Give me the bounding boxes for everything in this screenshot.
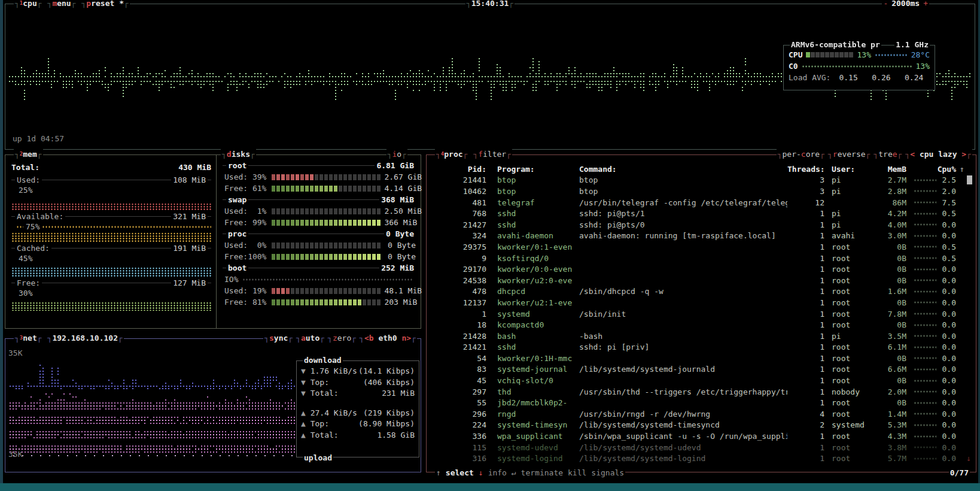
meter-block [372,174,376,180]
disk-used-value: 2.67 GiB [384,172,422,181]
net-box: 3net 192.168.10.102 sync auto zero <b et… [5,338,421,472]
process-row[interactable]: 9ksoftirqd/01root0B0.5 [431,253,972,264]
interface-prev-icon[interactable]: <b [364,334,378,343]
header-program[interactable]: Program: [491,165,572,174]
meter-block [377,174,381,180]
net-box-titlebar: 3net 192.168.10.102 [14,333,124,343]
header-threads[interactable]: Threads: [787,165,824,174]
process-row[interactable]: 316systemd-logind/lib/systemd/systemd-lo… [431,453,972,464]
proc-box-title[interactable]: 4proc [436,149,467,159]
cpu-box-title[interactable]: 1cpu [15,0,42,8]
header-user[interactable]: User: [832,165,866,174]
terminate-button[interactable]: terminate [521,468,563,478]
net-box-title[interactable]: 3net [15,333,42,343]
meter-block [377,243,381,248]
process-row[interactable]: 481telegraf/usr/bin/telegraf -config /et… [431,197,972,208]
process-pid: 481 [431,198,486,207]
net-sync-button[interactable]: sync [264,333,293,343]
process-row[interactable]: 297thd/usr/sbin/thd --triggers /etc/trig… [431,386,972,398]
proc-scrollbar[interactable] [967,175,972,184]
process-user: root [832,254,866,263]
process-cpu: 0.0 [937,343,956,351]
process-row[interactable]: 54kworker/0:1H-mmc1root0B0.0 [431,353,972,364]
interface-next-icon[interactable]: n> [397,334,411,343]
scroll-up-icon[interactable]: ↑ [436,468,441,478]
process-cpu: 0.0 [937,310,956,319]
process-row[interactable]: 29170kworker/0:0-even1root0B0.0 [431,263,972,275]
meter-block [363,186,366,192]
net-auto-button[interactable]: auto [296,333,324,343]
process-row[interactable]: 21421sshdsshd: pi [priv]1root6.1M0.0 [431,342,972,353]
meter-block [348,243,352,248]
process-row[interactable]: 478dhcpcd/sbin/dhcpcd -q -w1root1.6M0.0 [431,286,972,298]
process-mem-graph [914,189,936,193]
process-row[interactable]: 18kcompactd01root0B0.0 [431,319,972,331]
net-zero-button[interactable]: zero [328,333,356,343]
meter-block [286,254,290,260]
meter-block [281,288,285,294]
meter-block [820,52,824,57]
process-row[interactable]: 224systemd-timesyn/lib/systemd/systemd-t… [431,420,972,431]
process-row[interactable]: 296rngd/usr/sbin/rngd -r /dev/hwrng4root… [431,408,972,420]
divider-line [208,283,211,283]
process-row[interactable]: 45vchiq-slot/01root0B0.0 [431,375,972,386]
meter-block [844,52,848,57]
process-row[interactable]: 29375kworker/0:1-even1root0B0.5 [431,241,972,253]
interval-increase-button[interactable]: + [923,0,928,8]
process-row[interactable]: 1systemd/sbin/init1root7.8M0.0 [431,308,972,320]
meter-block [281,186,285,192]
menu-button[interactable]: menu [48,0,76,8]
kill-button[interactable]: kill [568,468,586,478]
download-total-value: 231 MiB [382,388,415,399]
process-row[interactable]: 115systemd-udevd/lib/systemd/systemd-ude… [431,442,972,453]
scroll-down-icon[interactable]: ↓ [479,468,483,478]
process-cpu: 0.0 [937,398,956,407]
process-program: avahi-daemon [491,231,572,240]
process-row[interactable]: 83systemd-journal/lib/systemd/systemd-jo… [431,364,972,375]
disk-size: 0 Byte [384,229,416,238]
meter-block [353,220,357,226]
meter-block [305,254,309,260]
reverse-button[interactable]: reverse [828,149,870,159]
process-row[interactable]: 12137kworker/u2:1-eve1root0B0.0 [431,297,972,308]
process-cpu: 0.0 [937,298,956,307]
process-command: /usr/sbin/thd --triggers /etc/triggerhap… [572,387,787,396]
cpu-meter-label: CPU [789,50,802,59]
signals-button[interactable]: signals [591,468,624,478]
process-user: pi [832,220,866,229]
disk-size: 6.81 GiB [375,161,416,170]
sort-next-icon[interactable]: > [961,150,966,159]
process-row[interactable]: 324avahi-daemonavahi-daemon: running [tm… [431,231,972,242]
process-row[interactable]: 24538kworker/u2:0-eve1root0B0.0 [431,275,972,286]
header-command[interactable]: Command: [572,165,787,174]
header-pid[interactable]: Pid: [431,165,486,174]
interval-decrease-button[interactable]: - [883,0,888,8]
select-button[interactable]: select [446,468,474,478]
header-memb[interactable]: MemB [866,165,906,174]
process-row[interactable]: 336wpa_supplicant/sbin/wpa_supplicant -u… [431,431,972,442]
sort-prev-icon[interactable]: < [910,150,915,159]
process-mem: 3.8M [866,443,906,452]
disk-name: root [226,161,248,170]
filter-button[interactable]: filter [473,149,511,159]
preset-button[interactable]: preset * [82,0,129,8]
tree-button[interactable]: tree [874,149,902,159]
meter-block [353,208,357,214]
info-button[interactable]: info ↵ [488,468,516,478]
process-row[interactable]: 21427sshdsshd: pi@pts/01pi4.0M0.0 [431,219,972,231]
process-row[interactable]: 10462btopbtop3pi2.8M2.0 [431,186,972,197]
process-row[interactable]: 21428bash-bash1pi3.5M0.0 [431,331,972,342]
meter-block [367,220,371,226]
sort-selector[interactable]: < cpu lazy > [905,149,971,159]
process-row[interactable]: 21441btopbtop3pi2.7M2.5 [431,175,972,186]
process-row[interactable]: 55jbd2/mmcblk0p2-1root0B0.0 [431,397,972,408]
meter-block [272,208,275,214]
header-cpu[interactable]: Cpu% [937,165,956,174]
process-row[interactable]: 768sshdsshd: pi@pts/11pi4.2M0.5 [431,208,972,219]
net-interface-selector[interactable]: <b eth0 n> [360,333,416,343]
process-mem: 7.8M [866,310,906,319]
per-core-button[interactable]: per-core [778,149,824,159]
meter-block [806,52,810,57]
disk-size: 368 MiB [379,195,416,204]
process-user: root [832,298,866,307]
